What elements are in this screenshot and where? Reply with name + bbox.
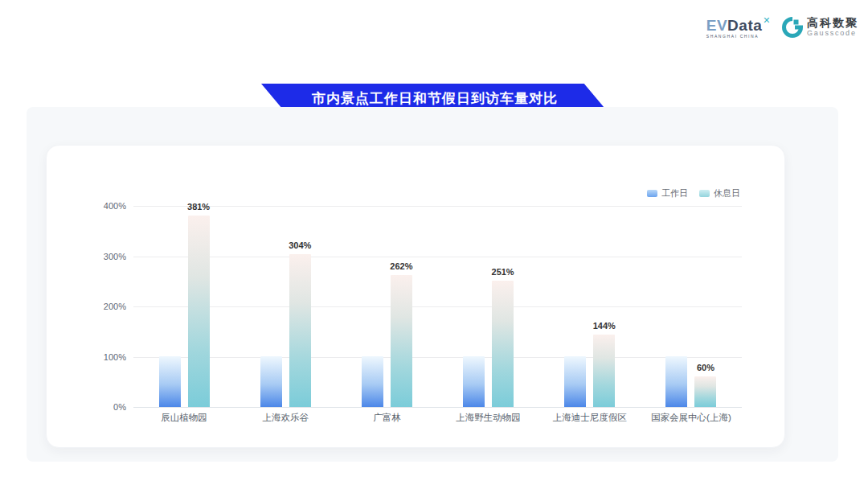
bar-value-label: 262%	[390, 261, 412, 271]
bar-group: 251%	[438, 206, 539, 407]
bar-value-label: 144%	[593, 321, 616, 331]
x-category-label: 辰山植物园	[133, 412, 235, 424]
bar-workday	[463, 356, 485, 407]
bar-restday	[391, 275, 412, 407]
y-tick-label: 300%	[50, 252, 126, 261]
y-tick-label: 200%	[50, 302, 126, 311]
bar-group: 60%	[641, 206, 742, 407]
legend-item-休息日[interactable]: 休息日	[699, 187, 740, 199]
gausscode-logo: 高科数聚 Gausscode	[782, 17, 858, 38]
bar-group: 262%	[336, 206, 437, 407]
bar-workday	[159, 356, 181, 407]
legend-swatch-icon	[647, 190, 657, 197]
bar-group: 144%	[539, 206, 641, 407]
evdata-logo: EVData✕ SHANGHAI CHINA	[706, 16, 771, 39]
x-category-label: 上海迪士尼度假区	[539, 412, 641, 424]
bar-workday	[564, 356, 586, 407]
bar-restday	[289, 254, 311, 407]
evdata-logo-text: EVData✕	[706, 16, 771, 33]
evdata-subtext: SHANGHAI CHINA	[706, 35, 771, 39]
legend-label: 工作日	[661, 187, 688, 199]
bar-with-label: 381%	[188, 216, 210, 407]
bar-with-label: 304%	[289, 254, 311, 407]
legend-label: 休息日	[714, 187, 740, 199]
bar-workday	[362, 356, 383, 407]
gausscode-cn-text: 高科数聚	[807, 17, 858, 29]
bar-workday	[665, 356, 687, 407]
x-axis-line	[133, 407, 742, 408]
x-category-label: 广富林	[336, 412, 437, 424]
legend: 工作日休息日	[647, 187, 740, 199]
bar-restday	[593, 335, 615, 407]
bar-value-label: 304%	[289, 240, 311, 250]
bar-restday	[492, 281, 514, 407]
x-category-label: 上海野生动物园	[438, 412, 539, 424]
bar-with-label: 144%	[593, 335, 615, 407]
bar-value-label: 251%	[492, 267, 514, 277]
x-category-label: 国家会展中心(上海)	[641, 412, 742, 424]
bar-with-label: 60%	[694, 376, 716, 407]
x-category-label: 上海欢乐谷	[235, 412, 336, 424]
bar-workday	[260, 356, 282, 407]
y-tick-label: 100%	[50, 352, 126, 362]
page-title: 市内景点工作日和节假日到访车量对比	[312, 89, 558, 108]
bar-value-label: 60%	[697, 363, 714, 372]
bar-restday	[188, 216, 210, 407]
bar-value-label: 381%	[187, 202, 210, 212]
chart-card: 工作日休息日 0%100%200%300%400%381%304%262%251…	[46, 145, 785, 448]
bar-group: 304%	[235, 206, 336, 407]
gausscode-g-icon	[782, 17, 803, 38]
legend-item-工作日[interactable]: 工作日	[647, 187, 688, 199]
evdata-data-text: Data	[727, 17, 762, 34]
y-tick-label: 400%	[50, 201, 126, 211]
legend-swatch-icon	[699, 190, 710, 197]
evdata-x-icon: ✕	[763, 15, 771, 25]
gausscode-en-text: Gausscode	[807, 30, 858, 38]
evdata-ev-text: EV	[706, 17, 727, 34]
bar-restday	[694, 376, 716, 407]
bar-group: 381%	[133, 206, 235, 407]
header-logos: EVData✕ SHANGHAI CHINA 高科数聚 Gausscode	[706, 16, 858, 39]
plot-area: 0%100%200%300%400%381%304%262%251%144%60…	[133, 206, 742, 407]
bar-with-label: 262%	[391, 275, 412, 407]
y-tick-label: 0%	[50, 402, 126, 412]
bar-with-label: 251%	[492, 281, 514, 407]
x-axis-labels: 辰山植物园上海欢乐谷广富林上海野生动物园上海迪士尼度假区国家会展中心(上海)	[133, 412, 742, 425]
